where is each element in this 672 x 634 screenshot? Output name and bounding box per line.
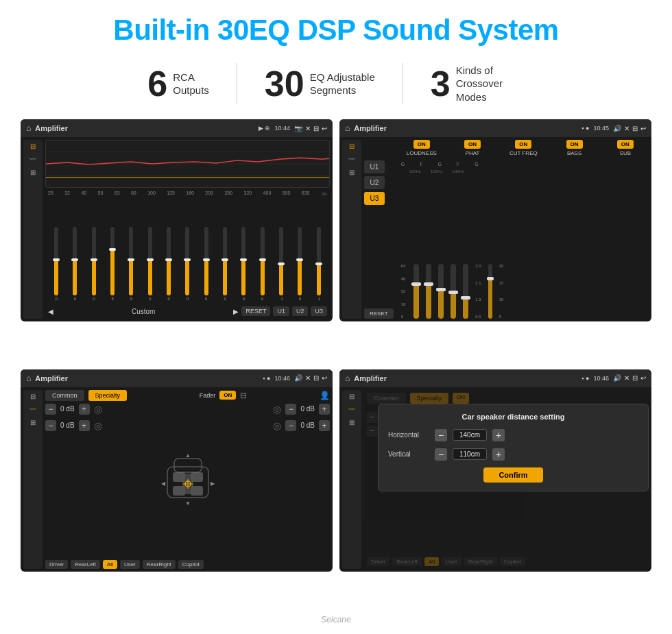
dist-sidebar-eq-icon[interactable]: ⊟ <box>349 393 355 400</box>
cross-slider-6[interactable] <box>488 264 492 319</box>
fader-label: Fader <box>200 392 216 399</box>
dist-home-icon[interactable]: ⌂ <box>345 374 350 383</box>
fader-sidebar-expand-icon[interactable]: ⊞ <box>30 419 36 426</box>
dist-sidebar: ⊟ 〰 ⊞ <box>342 390 361 569</box>
dist-confirm-button[interactable]: Confirm <box>483 467 542 483</box>
stats-row: 6 RCA Outputs 30 EQ Adjustable Segments … <box>21 63 651 104</box>
fader-all-btn[interactable]: All <box>103 560 117 569</box>
eq-prev-btn[interactable]: ◀ <box>48 308 53 315</box>
fader-plus-0[interactable]: + <box>79 404 90 415</box>
fader-common-tab[interactable]: Common <box>45 390 84 401</box>
dist-time: 10:46 <box>593 375 609 382</box>
eq-u3-btn[interactable]: U3 <box>311 306 327 316</box>
fader-vol-icon: 🔊 <box>294 374 302 382</box>
cross-home-icon[interactable]: ⌂ <box>345 123 350 133</box>
distance-screen: ⌂ Amplifier ▪ ● 10:46 🔊 ✕ ⊟ ↩ ⊟ 〰 ⊞ <box>339 369 651 572</box>
eq-slider-9: 0 <box>217 227 233 301</box>
fader-content-area: − 0 dB + ◎ − 0 dB + ◎ <box>45 404 330 557</box>
fader-driver-btn[interactable]: Driver <box>45 560 68 569</box>
fader-minus-2[interactable]: − <box>285 404 296 415</box>
fader-db-2: 0 dB <box>300 405 315 413</box>
eq-slider-4: 0 <box>123 227 139 301</box>
dist-rearleft-bg: RearLeft <box>392 557 422 566</box>
eq-sliders-container: 0 0 <box>45 200 330 301</box>
fader-app-title: Amplifier <box>35 374 259 382</box>
dist-vertical-plus[interactable]: + <box>492 448 505 461</box>
cross-reset-btn[interactable]: RESET <box>364 308 394 319</box>
cross-slider-2[interactable] <box>426 264 431 319</box>
fader-user-btn[interactable]: User <box>120 560 140 569</box>
fader-copilot-btn[interactable]: Copilot <box>178 560 204 569</box>
fader-user-icon[interactable]: 👤 <box>320 391 330 400</box>
dist-minus-bg-0: − <box>367 412 378 423</box>
cross-cutfreq-toggle[interactable]: ON <box>515 140 531 149</box>
cross-u3-btn[interactable]: U3 <box>364 192 385 205</box>
dist-x-icon: ✕ <box>624 374 629 382</box>
eq-reset-btn[interactable]: RESET <box>241 306 270 316</box>
svg-text:◀: ◀ <box>161 480 166 487</box>
cross-u2-btn[interactable]: U2 <box>364 176 385 189</box>
fader-car-diagram: ▲ ▼ ◀ ▶ <box>154 446 222 515</box>
fader-speaker-icon-0: ◎ <box>94 404 102 415</box>
eq-next-btn[interactable]: ▶ <box>233 308 239 315</box>
cross-icons: ▪ ● <box>581 125 589 132</box>
fader-minus-0[interactable]: − <box>45 404 56 415</box>
dist-main: Common Specialty ON − 0 dB + − 0 dB <box>364 390 649 569</box>
fader-top-bar: Common Specialty Fader ON ⊟ 👤 <box>45 390 330 401</box>
cross-sidebar-speaker-icon[interactable]: ⊞ <box>349 169 355 176</box>
fader-rearleft-btn[interactable]: RearLeft <box>71 560 100 569</box>
cross-sub-toggle[interactable]: ON <box>617 140 634 149</box>
home-icon[interactable]: ⌂ <box>26 123 31 133</box>
eq-sidebar-wave-icon[interactable]: 〰 <box>29 156 36 163</box>
fader-home-icon[interactable]: ⌂ <box>26 374 31 383</box>
dist-dialog-title: Car speaker distance setting <box>388 413 638 421</box>
dist-vertical-minus[interactable]: − <box>435 448 447 461</box>
eq-sidebar: ⊟ 〰 ⊞ <box>23 140 43 319</box>
eq-u2-btn[interactable]: U2 <box>292 306 309 316</box>
cross-sidebar-wave-icon[interactable]: 〰 <box>348 156 355 163</box>
cross-slider-5[interactable] <box>463 264 468 319</box>
cross-phat-toggle[interactable]: ON <box>464 140 481 149</box>
fader-minus-3[interactable]: − <box>285 420 296 431</box>
cross-bass-toggle[interactable]: ON <box>566 140 583 149</box>
crossover-screen: ⌂ Amplifier ▪ ● 10:45 🔊 ✕ ⊟ ↩ ⊟ 〰 ⊞ <box>339 119 651 321</box>
dist-horizontal-minus[interactable]: − <box>435 429 447 441</box>
eq-slider-12: -1 <box>273 227 289 301</box>
page-wrapper: Built-in 30EQ DSP Sound System 6 RCA Out… <box>0 0 672 634</box>
cross-loudness-toggle[interactable]: ON <box>413 140 430 149</box>
eq-u1-btn[interactable]: U1 <box>273 306 289 316</box>
fader-sidebar-eq-icon[interactable]: ⊟ <box>30 393 36 400</box>
dist-header-icons: 🔊 ✕ ⊟ ↩ <box>613 374 646 382</box>
cross-slider-4[interactable] <box>451 264 456 319</box>
dist-vertical-value: 110cm <box>453 448 487 460</box>
eq-scroll-icon[interactable]: ≫ <box>321 191 327 197</box>
eq-main: 25 32 40 50 63 80 100 125 160 200 250 32… <box>45 140 330 319</box>
cross-slider-3[interactable] <box>438 264 444 319</box>
fader-sidebar-wave-icon[interactable]: 〰 <box>29 406 36 413</box>
fader-minus-1[interactable]: − <box>45 420 56 431</box>
fader-plus-3[interactable]: + <box>319 420 330 431</box>
cross-phat-group: ON PHAT <box>449 140 496 156</box>
cross-sidebar-eq-icon[interactable]: ⊟ <box>349 143 355 150</box>
eq-sidebar-speaker-icon[interactable]: ⊞ <box>30 169 36 176</box>
cross-slider-1[interactable] <box>413 264 419 319</box>
fader-rearright-btn[interactable]: RearRight <box>143 560 176 569</box>
fader-on-toggle[interactable]: ON <box>219 391 236 400</box>
fader-row-1: − 0 dB + ◎ <box>45 420 149 431</box>
eq-slider-3: 5 <box>104 227 121 301</box>
eq-sidebar-equalizer-icon[interactable]: ⊟ <box>30 143 36 150</box>
main-title: Built-in 30EQ DSP Sound System <box>113 14 558 47</box>
dist-sidebar-expand-icon[interactable]: ⊞ <box>349 419 355 426</box>
cross-u1-btn[interactable]: U1 <box>364 160 385 173</box>
eq-screen: ⌂ Amplifier ▶ ⊕ 10:44 📷 ✕ ⊟ ↩ ⊟ 〰 ⊞ <box>21 119 333 321</box>
eq-slider-10: 0 <box>235 227 252 301</box>
fader-plus-1[interactable]: + <box>79 420 90 431</box>
dist-horizontal-plus[interactable]: + <box>492 429 505 441</box>
fader-sidebar: ⊟ 〰 ⊞ <box>23 390 43 569</box>
dist-sidebar-wave-icon[interactable]: 〰 <box>348 406 355 413</box>
fader-window-icon: ⊟ <box>313 374 319 382</box>
eq-slider-1: 0 <box>67 227 83 301</box>
fader-plus-2[interactable]: + <box>319 404 330 415</box>
fader-specialty-tab[interactable]: Specialty <box>88 390 128 401</box>
eq-x-icon: ✕ <box>305 125 311 132</box>
